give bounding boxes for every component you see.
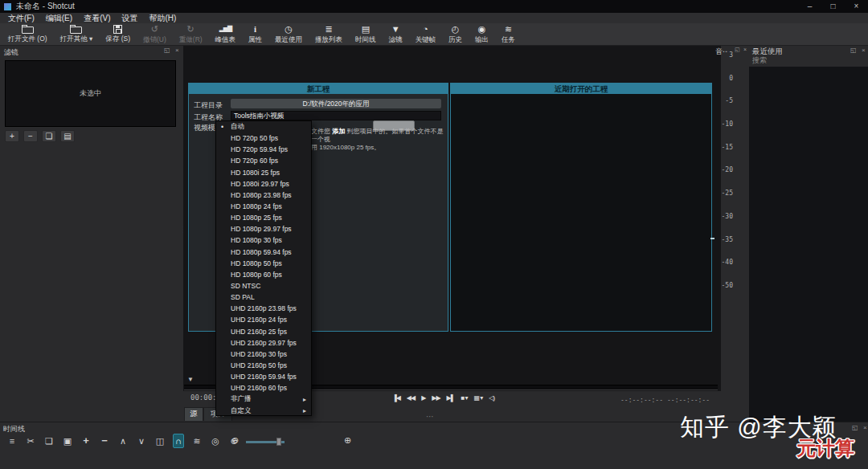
ripple-delete-button[interactable]: − bbox=[99, 434, 110, 447]
lift-button[interactable]: ∧ bbox=[117, 434, 129, 447]
project-dir-field[interactable]: D:/软件/2020年的应用 bbox=[231, 99, 441, 108]
meter-float-icon[interactable]: ◱ bbox=[735, 47, 740, 53]
ripple-button[interactable]: ◎ bbox=[210, 434, 221, 447]
recent-float-icon[interactable]: ◱ bbox=[850, 47, 857, 54]
video-mode-option-label: UHD 2160p 60 fps bbox=[231, 384, 287, 392]
video-mode-option[interactable]: • SD NTSC ▸ bbox=[216, 280, 311, 292]
snap-button[interactable]: ∩ bbox=[173, 434, 184, 448]
timeline-zoom-in-button[interactable]: ⊕ bbox=[344, 435, 351, 446]
toolbar-icon: i bbox=[254, 24, 256, 35]
skip-start-button[interactable]: ▐◀ bbox=[392, 394, 400, 402]
skip-end-button[interactable]: ▶▌ bbox=[447, 394, 455, 402]
toolbar-label: 播放列表 bbox=[315, 35, 342, 45]
timeline-menu-button[interactable]: ≡ bbox=[6, 434, 18, 447]
menu-file[interactable]: 文件(F) bbox=[2, 13, 40, 24]
video-mode-option[interactable]: • UHD 2160p 50 fps ▸ bbox=[216, 360, 311, 371]
recent-button[interactable]: ◷ 最近使用 bbox=[268, 23, 309, 45]
video-mode-option-label: UHD 2160p 30 fps bbox=[231, 350, 287, 358]
open-other-button[interactable]: 打开其他 ▾ bbox=[54, 23, 100, 45]
video-mode-option[interactable]: • HD 1080p 60 fps ▸ bbox=[216, 269, 311, 280]
menu-help[interactable]: 帮助(H) bbox=[143, 13, 182, 24]
meter-close-icon[interactable]: × bbox=[743, 47, 747, 52]
timeline-zoom-out-button[interactable]: ⊖ bbox=[231, 435, 239, 446]
close-button[interactable]: × bbox=[845, 0, 868, 13]
save-filter-set-button[interactable]: ▤ bbox=[60, 130, 75, 142]
paste-button[interactable]: ▣ bbox=[62, 434, 73, 447]
timeline-button[interactable]: ▤ 时间线 bbox=[349, 23, 383, 45]
scrub-while-dragging-button[interactable]: ≋ bbox=[191, 434, 203, 447]
minimize-button[interactable]: – bbox=[798, 0, 821, 13]
tab-source[interactable]: 源 bbox=[184, 407, 203, 421]
toolbar-icon bbox=[70, 27, 82, 34]
undo-button[interactable]: ↺ 撤销(U) bbox=[137, 23, 173, 45]
video-mode-option[interactable]: • HD 1080i 25 fps ▸ bbox=[216, 167, 311, 178]
remove-filter-button[interactable]: − bbox=[23, 130, 38, 142]
peak-meter-button[interactable]: ▂▅▇ 峰值表 bbox=[209, 23, 243, 45]
history-button[interactable]: ◴ 历史 bbox=[442, 23, 469, 45]
timeline-close-icon[interactable]: × bbox=[863, 424, 867, 431]
video-mode-option[interactable]: • HD 720p 50 fps ▸ bbox=[216, 133, 311, 144]
video-mode-option[interactable]: • UHD 2160p 23.98 fps ▸ bbox=[216, 303, 311, 314]
filters-close-icon[interactable]: × bbox=[175, 47, 179, 54]
copy-button[interactable]: ❏ bbox=[43, 434, 55, 447]
open-file-button[interactable]: 打开文件 (O) bbox=[2, 23, 54, 45]
menu-view[interactable]: 查看(V) bbox=[78, 13, 116, 24]
horizontal-splitter-handle[interactable]: ⋯ bbox=[426, 412, 435, 421]
volume-button[interactable]: ◁) bbox=[489, 394, 494, 402]
menu-settings[interactable]: 设置 bbox=[116, 13, 143, 24]
rewind-button[interactable]: ◀◀ bbox=[407, 394, 415, 402]
video-mode-option[interactable]: • HD 1080p 59.94 fps ▸ bbox=[216, 247, 311, 258]
timeline-zoom-slider-handle[interactable] bbox=[276, 438, 281, 446]
filters-button[interactable]: ▼ 滤镜 bbox=[383, 23, 409, 45]
mode-custom[interactable]: • 自定义 ▸ bbox=[216, 406, 311, 417]
video-mode-option[interactable]: • HD 1080p 23.98 fps ▸ bbox=[216, 190, 311, 201]
playlist-button[interactable]: ≣ 播放列表 bbox=[309, 23, 349, 45]
video-mode-option[interactable]: • HD 1080p 30 fps ▸ bbox=[216, 234, 311, 246]
keyframes-button[interactable]: ◔ 关键帧 bbox=[409, 23, 443, 45]
meter-tick-label: -5 bbox=[714, 97, 733, 120]
copy-filters-button[interactable]: ❏ bbox=[42, 130, 56, 142]
fast-forward-button[interactable]: ▶▶ bbox=[432, 394, 440, 402]
video-mode-option[interactable]: • SD PAL ▸ bbox=[216, 292, 311, 303]
export-button[interactable]: ◉ 输出 bbox=[469, 23, 495, 45]
video-mode-option[interactable]: • HD 1080p 29.97 fps ▸ bbox=[216, 223, 311, 234]
recent-projects-title: 近期打开的工程 bbox=[451, 84, 711, 94]
meter-tick-label: -30 bbox=[714, 213, 733, 236]
grid-button[interactable]: ▦ ▾ bbox=[474, 394, 483, 402]
filters-float-icon[interactable]: ◱ bbox=[164, 47, 170, 54]
video-mode-option-label: HD 1080p 59.94 fps bbox=[231, 248, 292, 256]
project-name-input[interactable]: Tools指南小视频 bbox=[231, 111, 441, 120]
video-mode-option[interactable]: • HD 720p 59.94 fps ▸ bbox=[216, 144, 311, 155]
maximize-button[interactable]: □ bbox=[821, 0, 845, 13]
add-filter-button[interactable]: + bbox=[5, 130, 19, 142]
recent-close-icon[interactable]: × bbox=[862, 47, 866, 54]
audio-meter-scale: 30-5-10-15-20-25-30-35-40-50 bbox=[714, 51, 733, 305]
video-mode-option[interactable]: • HD 1080i 29.97 fps ▸ bbox=[216, 178, 311, 190]
play-button[interactable]: ▶ bbox=[421, 394, 425, 402]
video-mode-option[interactable]: • HD 1080p 24 fps ▸ bbox=[216, 201, 311, 212]
append-button[interactable]: + bbox=[80, 434, 92, 447]
mode-auto[interactable]: • 自动 ▸ bbox=[216, 121, 311, 133]
properties-button[interactable]: i 属性 bbox=[242, 23, 268, 45]
video-mode-option[interactable]: • UHD 2160p 25 fps ▸ bbox=[216, 326, 311, 337]
search-input[interactable] bbox=[751, 55, 845, 65]
jobs-button[interactable]: ≋ 任务 bbox=[495, 23, 522, 45]
redo-button[interactable]: ↻ 重做(R) bbox=[173, 23, 209, 45]
video-mode-option[interactable]: • UHD 2160p 29.97 fps ▸ bbox=[216, 337, 311, 349]
video-mode-option[interactable]: • UHD 2160p 60 fps ▸ bbox=[216, 382, 311, 394]
video-mode-option[interactable]: • HD 720p 60 fps ▸ bbox=[216, 155, 311, 166]
timeline-float-icon[interactable]: ◱ bbox=[852, 424, 858, 431]
split-button[interactable]: ◫ bbox=[154, 434, 166, 447]
save-button[interactable]: 保存 (S) bbox=[99, 23, 137, 45]
cut-button[interactable]: ✂ bbox=[25, 434, 36, 447]
video-mode-option[interactable]: • HD 1080p 50 fps ▸ bbox=[216, 258, 311, 269]
mode-non-broadcast[interactable]: • 非广播 ▸ bbox=[216, 394, 311, 405]
video-mode-option[interactable]: • UHD 2160p 59.94 fps ▸ bbox=[216, 371, 311, 382]
video-mode-option[interactable]: • HD 1080p 25 fps ▸ bbox=[216, 212, 311, 223]
zoom-fit-button[interactable]: ■ ▾ bbox=[461, 394, 467, 402]
playhead-marker[interactable]: ▼ bbox=[187, 376, 194, 383]
overwrite-button[interactable]: ∨ bbox=[136, 434, 147, 447]
video-mode-option[interactable]: • UHD 2160p 24 fps ▸ bbox=[216, 314, 311, 325]
video-mode-option[interactable]: • UHD 2160p 30 fps ▸ bbox=[216, 349, 311, 360]
menu-edit[interactable]: 编辑(E) bbox=[40, 13, 78, 24]
